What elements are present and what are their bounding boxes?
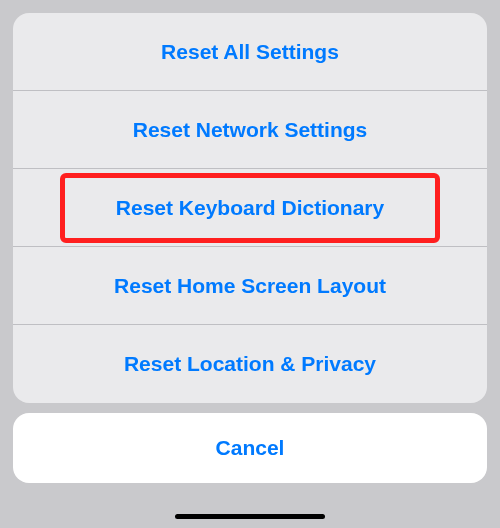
option-label: Reset Home Screen Layout xyxy=(114,274,386,298)
option-label: Reset All Settings xyxy=(161,40,339,64)
reset-keyboard-dictionary-button[interactable]: Reset Keyboard Dictionary xyxy=(13,169,487,247)
reset-all-settings-button[interactable]: Reset All Settings xyxy=(13,13,487,91)
cancel-button[interactable]: Cancel xyxy=(13,413,487,483)
option-label: Reset Location & Privacy xyxy=(124,352,376,376)
option-label: Reset Keyboard Dictionary xyxy=(116,196,384,220)
reset-network-settings-button[interactable]: Reset Network Settings xyxy=(13,91,487,169)
cancel-container: Cancel xyxy=(13,413,487,483)
highlighted-option-wrap: Reset Keyboard Dictionary xyxy=(13,169,487,247)
cancel-label: Cancel xyxy=(216,436,285,460)
reset-action-sheet: Reset All Settings Reset Network Setting… xyxy=(13,13,487,403)
reset-home-screen-layout-button[interactable]: Reset Home Screen Layout xyxy=(13,247,487,325)
option-label: Reset Network Settings xyxy=(133,118,368,142)
home-indicator[interactable] xyxy=(175,514,325,519)
reset-location-privacy-button[interactable]: Reset Location & Privacy xyxy=(13,325,487,403)
